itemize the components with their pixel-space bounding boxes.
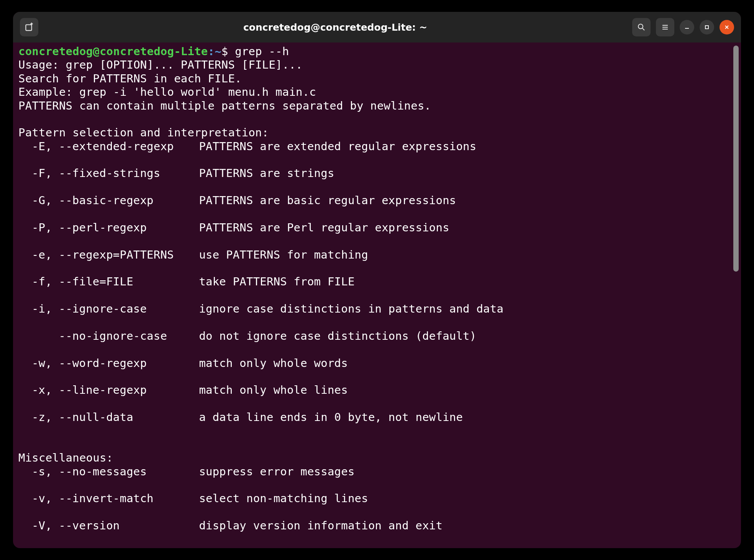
option-row: -E, --extended-regexpPATTERNS are extend… xyxy=(18,140,736,153)
search-icon xyxy=(637,23,646,32)
option-row: --no-ignore-casedo not ignore case disti… xyxy=(18,329,736,343)
option-desc: do not ignore case distinctions (default… xyxy=(199,329,476,343)
svg-line-4 xyxy=(643,28,644,30)
option-desc: suppress error messages xyxy=(199,465,354,478)
option-desc: use PATTERNS for matching xyxy=(199,248,368,262)
option-row: -x, --line-regexpmatch only whole lines xyxy=(18,383,736,397)
intro-line: Search for PATTERNS in each FILE. xyxy=(18,72,242,85)
option-row: -s, --no-messagessuppress error messages xyxy=(18,465,736,478)
svg-rect-9 xyxy=(705,26,708,29)
option-flags: -P, --perl-regexp xyxy=(32,221,199,234)
option-flags: -z, --null-data xyxy=(32,411,199,424)
option-flags: -f, --file=FILE xyxy=(32,275,199,288)
intro-line: PATTERNS can contain multiple patterns s… xyxy=(18,99,431,112)
option-flags: -F, --fixed-strings xyxy=(32,167,199,180)
terminal-window: concretedog@concretedog-Lite: ~ xyxy=(13,12,741,548)
option-desc: PATTERNS are extended regular expression… xyxy=(199,140,476,153)
prompt-dollar: $ xyxy=(221,45,228,58)
option-row: -w, --word-regexpmatch only whole words xyxy=(18,357,736,370)
option-flags: -V, --version xyxy=(32,519,199,532)
svg-point-3 xyxy=(638,24,643,29)
option-desc: display version information and exit xyxy=(199,519,443,532)
option-desc: a data line ends in 0 byte, not newline xyxy=(199,411,463,424)
titlebar: concretedog@concretedog-Lite: ~ xyxy=(13,12,741,43)
option-row: -F, --fixed-stringsPATTERNS are strings xyxy=(18,167,736,180)
option-row: -z, --null-dataa data line ends in 0 byt… xyxy=(18,411,736,424)
close-icon xyxy=(724,24,730,30)
option-desc: PATTERNS are strings xyxy=(199,167,334,180)
maximize-button[interactable] xyxy=(700,20,714,34)
option-desc: PATTERNS are Perl regular expressions xyxy=(199,221,449,234)
option-row: -G, --basic-regexpPATTERNS are basic reg… xyxy=(18,194,736,207)
option-flags: -w, --word-regexp xyxy=(32,357,199,370)
option-desc: take PATTERNS from FILE xyxy=(199,275,354,288)
minimize-button[interactable] xyxy=(680,20,694,34)
option-flags: --no-ignore-case xyxy=(32,329,199,343)
section-heading: Miscellaneous: xyxy=(18,451,113,464)
option-flags: -G, --basic-regexp xyxy=(32,194,199,207)
hamburger-icon xyxy=(661,23,670,32)
minimize-icon xyxy=(684,24,690,30)
option-flags: -e, --regexp=PATTERNS xyxy=(32,248,199,262)
option-row: -v, --invert-matchselect non-matching li… xyxy=(18,492,736,505)
option-flags: -s, --no-messages xyxy=(32,465,199,478)
new-tab-button[interactable] xyxy=(20,18,38,36)
search-button[interactable] xyxy=(632,18,651,36)
option-flags: -v, --invert-match xyxy=(32,492,199,505)
section-heading: Pattern selection and interpretation: xyxy=(18,126,269,139)
option-flags: -x, --line-regexp xyxy=(32,383,199,397)
prompt-path: ~ xyxy=(215,45,221,58)
prompt-sep: : xyxy=(208,45,215,58)
option-desc: match only whole lines xyxy=(199,383,348,397)
option-flags: --help xyxy=(32,546,199,548)
option-desc: select non-matching lines xyxy=(199,492,368,505)
option-row: -e, --regexp=PATTERNSuse PATTERNS for ma… xyxy=(18,248,736,262)
terminal-body[interactable]: concretedog@concretedog-Lite:~$ grep --h… xyxy=(13,43,741,548)
prompt-user-host: concretedog@concretedog-Lite xyxy=(18,45,208,58)
option-flags: -i, --ignore-case xyxy=(32,302,199,316)
intro-line: Usage: grep [OPTION]... PATTERNS [FILE].… xyxy=(18,58,303,71)
option-row: -f, --file=FILEtake PATTERNS from FILE xyxy=(18,275,736,288)
option-desc: display this help text and exit xyxy=(199,546,408,548)
command-text: grep --h xyxy=(235,45,289,58)
menu-button[interactable] xyxy=(656,18,674,36)
window-title: concretedog@concretedog-Lite: ~ xyxy=(44,22,627,33)
option-row: -i, --ignore-caseignore case distinction… xyxy=(18,302,736,316)
option-flags: -E, --extended-regexp xyxy=(32,140,199,153)
option-row: -V, --versiondisplay version information… xyxy=(18,519,736,532)
option-row: --helpdisplay this help text and exit xyxy=(18,546,736,548)
close-button[interactable] xyxy=(720,20,734,34)
option-row: -P, --perl-regexpPATTERNS are Perl regul… xyxy=(18,221,736,234)
new-tab-icon xyxy=(24,22,34,32)
svg-rect-0 xyxy=(26,25,31,31)
option-desc: match only whole words xyxy=(199,357,348,370)
intro-line: Example: grep -i 'hello world' menu.h ma… xyxy=(18,85,316,98)
maximize-icon xyxy=(704,25,710,30)
option-desc: PATTERNS are basic regular expressions xyxy=(199,194,456,207)
terminal-content: concretedog@concretedog-Lite:~$ grep --h… xyxy=(13,43,741,548)
scrollbar-thumb[interactable] xyxy=(733,46,739,272)
option-desc: ignore case distinctions in patterns and… xyxy=(199,302,503,316)
